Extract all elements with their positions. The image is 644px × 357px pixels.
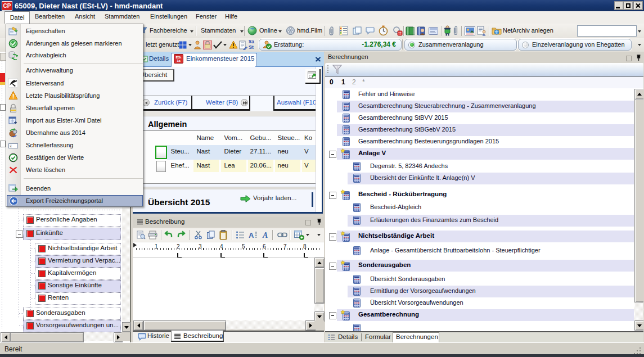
svg-text:x: x — [10, 144, 12, 147]
svg-text:A: A — [249, 231, 254, 239]
svg-text:A: A — [262, 231, 268, 239]
